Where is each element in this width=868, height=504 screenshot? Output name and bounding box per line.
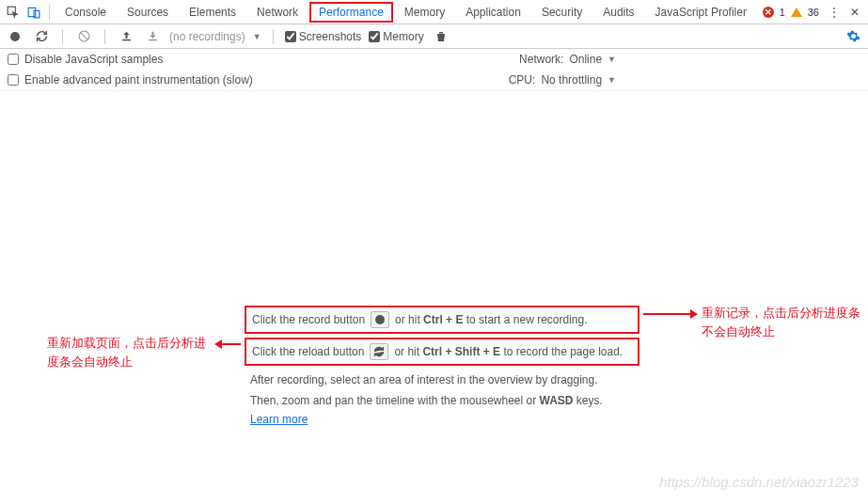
download-icon[interactable] xyxy=(143,27,162,46)
close-devtools-icon[interactable]: ✕ xyxy=(845,3,864,22)
chevron-down-icon[interactable]: ▼ xyxy=(608,75,616,85)
performance-landing: Click the record button or hit Ctrl + E … xyxy=(0,91,868,496)
error-icon: ✕ xyxy=(763,7,774,18)
error-badges[interactable]: ✕ 1 36 xyxy=(763,7,819,18)
tab-sources[interactable]: Sources xyxy=(118,2,178,23)
svg-rect-6 xyxy=(439,32,443,34)
enable-paint-checkbox[interactable] xyxy=(8,74,19,86)
reload-button[interactable] xyxy=(32,27,51,46)
no-recordings-text: (no recordings) xyxy=(169,30,245,43)
disable-js-label: Disable JavaScript samples xyxy=(24,53,163,66)
svg-rect-1 xyxy=(28,8,36,16)
record-icon-inline[interactable] xyxy=(371,311,389,328)
after-instr-2: Then, zoom and pan the timeline with the… xyxy=(245,390,639,411)
memory-cb-input[interactable] xyxy=(369,31,380,42)
performance-toolbar: (no recordings) ▼ Screenshots Memory xyxy=(0,24,868,49)
record-instr-post: or hit Ctrl + E to start a new recording… xyxy=(395,313,587,326)
annotation-left: 重新加载页面，点击后分析进度条会自动终止 xyxy=(47,334,214,370)
annotation-arrow-right xyxy=(643,313,696,315)
tab-js-profiler[interactable]: JavaScript Profiler xyxy=(646,2,756,23)
disable-js-checkbox[interactable] xyxy=(8,54,19,65)
trash-icon[interactable] xyxy=(432,27,450,46)
separator xyxy=(273,29,274,44)
after-instr-1: After recording, select an area of inter… xyxy=(245,370,639,390)
enable-paint-label: Enable advanced paint instrumentation (s… xyxy=(24,73,253,87)
record-button[interactable] xyxy=(6,27,24,46)
reload-instr-post: or hit Ctrl + Shift + E to record the pa… xyxy=(394,345,623,358)
devtools-tabbar: Console Sources Elements Network Perform… xyxy=(0,0,868,24)
screenshots-checkbox[interactable]: Screenshots xyxy=(285,30,362,43)
tab-console[interactable]: Console xyxy=(55,2,116,23)
tab-application[interactable]: Application xyxy=(456,2,530,23)
reload-icon-inline[interactable] xyxy=(370,343,388,360)
error-count: 1 xyxy=(780,7,785,18)
warning-icon xyxy=(791,8,802,17)
kebab-menu-icon[interactable]: ⋮ xyxy=(825,3,844,22)
tab-security[interactable]: Security xyxy=(532,2,592,23)
svg-rect-5 xyxy=(149,39,157,41)
reload-instr-pre: Click the reload button xyxy=(252,345,364,358)
memory-checkbox[interactable]: Memory xyxy=(369,30,423,43)
chevron-down-icon[interactable]: ▼ xyxy=(608,55,616,64)
memory-label: Memory xyxy=(383,30,423,43)
inspect-element-icon[interactable] xyxy=(4,3,23,22)
learn-more-link[interactable]: Learn more xyxy=(245,413,313,426)
tab-network[interactable]: Network xyxy=(247,2,308,23)
separator xyxy=(62,29,63,44)
svg-rect-4 xyxy=(122,39,131,41)
screenshots-label: Screenshots xyxy=(299,30,362,43)
tab-memory[interactable]: Memory xyxy=(395,2,454,23)
tab-performance[interactable]: Performance xyxy=(309,2,393,23)
record-instruction: Click the record button or hit Ctrl + E … xyxy=(245,306,639,334)
settings-gear-icon[interactable] xyxy=(844,27,862,46)
warning-count: 36 xyxy=(808,7,819,18)
reload-instruction: Click the reload button or hit Ctrl + Sh… xyxy=(245,338,639,366)
device-toolbar-icon[interactable] xyxy=(24,3,43,22)
annotation-right: 重新记录，点击后分析进度条不会自动终止 xyxy=(702,304,861,340)
annotation-arrow-left xyxy=(216,343,241,345)
separator xyxy=(104,29,105,44)
clear-icon[interactable] xyxy=(74,27,93,46)
screenshots-cb-input[interactable] xyxy=(285,31,296,42)
upload-icon[interactable] xyxy=(117,27,135,46)
record-instr-pre: Click the record button xyxy=(252,313,365,326)
cpu-value[interactable]: No throttling xyxy=(541,73,602,87)
chevron-down-icon[interactable]: ▼ xyxy=(253,32,261,41)
separator xyxy=(49,5,50,20)
watermark: https://blog.csdn.net/xiaozr1223 xyxy=(659,474,859,490)
tab-audits[interactable]: Audits xyxy=(593,2,643,23)
network-value[interactable]: Online xyxy=(569,53,602,66)
tab-elements[interactable]: Elements xyxy=(180,2,245,23)
network-label: Network: xyxy=(519,53,563,66)
instructions-block: Click the record button or hit Ctrl + E … xyxy=(245,306,639,426)
cpu-label: CPU: xyxy=(509,73,536,87)
capture-settings: Disable JavaScript samples Network: Onli… xyxy=(0,49,868,91)
